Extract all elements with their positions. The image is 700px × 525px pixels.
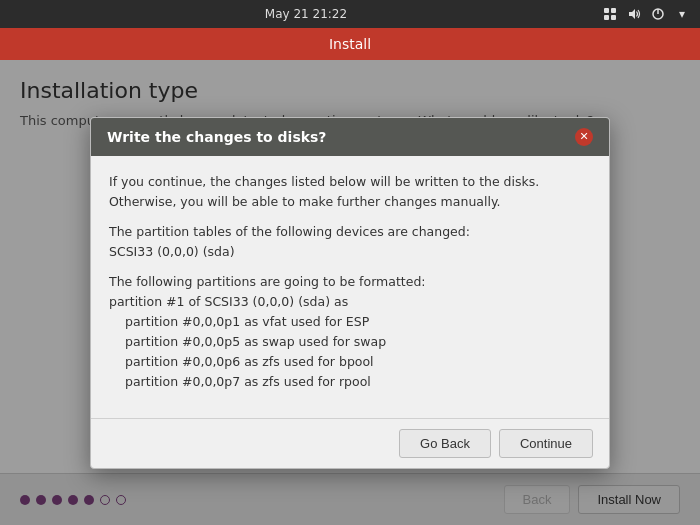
modal-title: Write the changes to disks?: [107, 129, 327, 145]
modal-close-button[interactable]: ✕: [575, 128, 593, 146]
settings-icon[interactable]: ▾: [674, 6, 690, 22]
modal-body: If you continue, the changes listed belo…: [91, 156, 609, 418]
modal-partition1: partition #1 of SCSI33 (0,0,0) (sda) as: [109, 294, 348, 309]
go-back-button[interactable]: Go Back: [399, 429, 491, 458]
modal-para1: If you continue, the changes listed belo…: [109, 172, 591, 212]
modal-dialog: Write the changes to disks? ✕ If you con…: [90, 117, 610, 469]
title-bar: Install: [0, 28, 700, 60]
modal-partition5: partition #0,0,0p7 as zfs used for rpool: [125, 374, 371, 389]
modal-footer: Go Back Continue: [91, 418, 609, 468]
modal-para2: The partition tables of the following de…: [109, 222, 591, 262]
modal-partition3: partition #0,0,0p5 as swap used for swap: [125, 334, 386, 349]
network-icon[interactable]: [602, 6, 618, 22]
main-area: Installation type This computer currentl…: [0, 60, 700, 525]
top-bar-icons: ▾: [602, 6, 690, 22]
top-bar: May 21 21:22 ▾: [0, 0, 700, 28]
svg-rect-1: [611, 8, 616, 13]
modal-para2-text: The partition tables of the following de…: [109, 224, 470, 239]
svg-marker-4: [629, 9, 635, 19]
top-bar-datetime: May 21 21:22: [265, 7, 347, 21]
sound-icon[interactable]: [626, 6, 642, 22]
modal-para3: The following partitions are going to be…: [109, 272, 591, 392]
svg-rect-3: [611, 15, 616, 20]
svg-rect-0: [604, 8, 609, 13]
modal-device: SCSI33 (0,0,0) (sda): [109, 244, 235, 259]
modal-header: Write the changes to disks? ✕: [91, 118, 609, 156]
modal-overlay: Write the changes to disks? ✕ If you con…: [0, 60, 700, 525]
continue-button[interactable]: Continue: [499, 429, 593, 458]
power-icon[interactable]: [650, 6, 666, 22]
modal-partition2: partition #0,0,0p1 as vfat used for ESP: [125, 314, 369, 329]
modal-partition4: partition #0,0,0p6 as zfs used for bpool: [125, 354, 374, 369]
datetime-label: May 21 21:22: [265, 7, 347, 21]
modal-para3-text: The following partitions are going to be…: [109, 274, 426, 289]
window-title: Install: [329, 36, 371, 52]
svg-rect-2: [604, 15, 609, 20]
